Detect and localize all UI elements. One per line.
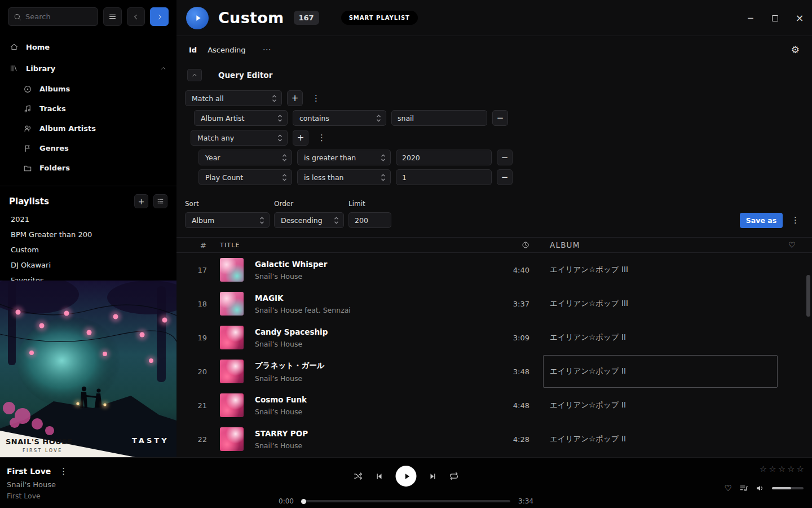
match-type-select[interactable]: Match any: [191, 130, 288, 146]
more-options-icon[interactable]: ⋯: [263, 45, 271, 55]
rule-operator-select[interactable]: contains: [293, 110, 386, 126]
track-title: Cosmo Funk: [255, 395, 495, 404]
play-pause-button[interactable]: [396, 466, 417, 487]
sort-field-button[interactable]: Id: [189, 46, 197, 54]
match-type-select[interactable]: Match all: [185, 90, 282, 106]
order-select[interactable]: Descending: [274, 212, 344, 228]
column-header-favorite[interactable]: ♡: [787, 240, 812, 249]
rule-value-input[interactable]: [396, 150, 492, 165]
playlist-item[interactable]: 2021: [0, 212, 176, 227]
sort-select[interactable]: Album: [185, 212, 270, 228]
group-menu-icon[interactable]: ⋮: [308, 93, 324, 103]
limit-label: Limit: [348, 200, 391, 208]
add-rule-button[interactable]: +: [293, 130, 308, 146]
track-number: 17: [176, 266, 213, 274]
column-header-title[interactable]: TITLE: [213, 242, 255, 249]
collapse-query-editor-button[interactable]: [187, 69, 202, 81]
save-as-button[interactable]: Save as: [740, 213, 783, 228]
track-album-focused[interactable]: エイリアン☆ポップ II: [550, 354, 787, 388]
rule-field-select[interactable]: Play Count: [198, 169, 292, 185]
shuffle-button[interactable]: [354, 471, 363, 481]
search-box[interactable]: [8, 7, 98, 26]
artwork-artist-text: SNAIL'S HOUSE: [6, 437, 73, 446]
album-art-thumbnail: [220, 427, 244, 451]
player-right-controls: ♡: [725, 484, 804, 493]
rule-operator-select[interactable]: is less than: [297, 169, 391, 185]
limit-field: Limit: [348, 200, 391, 228]
sidebar-item-tracks[interactable]: Tracks: [0, 99, 176, 119]
chevron-up-icon[interactable]: [160, 65, 167, 72]
rule-field-select[interactable]: Year: [198, 150, 292, 165]
remove-rule-button[interactable]: −: [492, 110, 508, 126]
table-row[interactable]: 22 STARRY POP Snail’s House 4:28 エイリアン☆ポ…: [176, 422, 812, 456]
sidebar-item-library[interactable]: Library: [0, 58, 176, 79]
rule-field-select[interactable]: Album Artist: [194, 110, 288, 126]
seek-bar[interactable]: [302, 500, 510, 502]
limit-input[interactable]: [348, 212, 391, 228]
star-icon[interactable]: ☆: [769, 465, 776, 474]
star-icon[interactable]: ☆: [787, 465, 795, 474]
rule-value-input[interactable]: [391, 110, 487, 126]
save-menu-icon[interactable]: ⋮: [787, 215, 804, 228]
remove-rule-button[interactable]: −: [497, 169, 513, 185]
star-icon[interactable]: ☆: [760, 465, 767, 474]
volume-slider[interactable]: [772, 487, 804, 489]
add-rule-button[interactable]: +: [287, 90, 303, 106]
select-value: Match any: [197, 134, 234, 142]
maximize-button[interactable]: [772, 15, 778, 21]
queue-icon[interactable]: [739, 484, 748, 493]
now-playing-artwork[interactable]: SNAIL'S HOUSE FIRST LOVE TASTY: [0, 281, 176, 457]
minimize-button[interactable]: −: [746, 14, 755, 23]
group-menu-icon[interactable]: ⋮: [314, 133, 330, 143]
column-header-duration[interactable]: [495, 241, 534, 249]
star-icon[interactable]: ☆: [797, 465, 804, 474]
sidebar-item-home[interactable]: Home: [0, 36, 176, 58]
playlist-item[interactable]: BPM Greater than 200: [0, 227, 176, 242]
play-icon: [193, 14, 202, 23]
now-playing-menu-icon[interactable]: ⋮: [59, 466, 68, 476]
select-updown-icon: [272, 94, 277, 103]
smart-playlist-badge: SMART PLAYLIST: [341, 11, 418, 25]
column-header-index[interactable]: #: [176, 241, 213, 249]
favorite-button[interactable]: ♡: [725, 484, 732, 493]
forward-button[interactable]: [150, 7, 169, 26]
sidebar-item-albums[interactable]: Albums: [0, 79, 176, 99]
sidebar-item-genres[interactable]: Genres: [0, 138, 176, 158]
sort-direction-button[interactable]: Ascending: [208, 46, 245, 54]
column-header-album[interactable]: ALBUM: [550, 238, 787, 252]
next-button[interactable]: [429, 472, 438, 481]
playlist-list-button[interactable]: [153, 194, 167, 208]
close-button[interactable]: ×: [795, 13, 804, 23]
playlist-item[interactable]: DJ Okawari: [0, 257, 176, 273]
track-artist: Snail’s House: [255, 408, 495, 416]
search-input[interactable]: [25, 12, 87, 21]
table-row[interactable]: 17 Galactic Whisper Snail’s House 4:40 エ…: [176, 253, 812, 287]
gear-icon[interactable]: ⚙: [791, 44, 800, 55]
rule-value-input[interactable]: [396, 169, 492, 185]
sidebar-item-album-artists[interactable]: Album Artists: [0, 119, 176, 138]
back-button[interactable]: [127, 7, 145, 26]
volume-icon[interactable]: [756, 484, 765, 493]
table-row[interactable]: 18 MAGIK Snail’s House feat. Sennzai 3:3…: [176, 287, 812, 321]
track-title: Galactic Whisper: [255, 260, 495, 269]
select-value: Album: [192, 216, 214, 225]
plus-icon: +: [138, 198, 145, 205]
table-row[interactable]: 20 プラネット・ガール Snail’s House 3:48 エイリアン☆ポッ…: [176, 354, 812, 388]
rule-operator-select[interactable]: is greater than: [297, 150, 391, 165]
seek-handle[interactable]: [301, 499, 306, 504]
table-body: 17 Galactic Whisper Snail’s House 4:40 エ…: [176, 253, 812, 456]
rating-stars: ☆ ☆ ☆ ☆ ☆: [760, 465, 804, 474]
add-playlist-button[interactable]: +: [134, 194, 148, 208]
playlist-item[interactable]: Custom: [0, 242, 176, 257]
play-playlist-button[interactable]: [186, 7, 209, 29]
star-icon[interactable]: ☆: [778, 465, 785, 474]
menu-button[interactable]: [103, 7, 122, 26]
table-row[interactable]: 21 Cosmo Funk Snail’s House 4:48 エイリアン☆ポ…: [176, 388, 812, 422]
scrollbar-thumb[interactable]: [806, 275, 810, 317]
progress-section: 0:00 3:34: [277, 497, 535, 505]
remove-rule-button[interactable]: −: [497, 150, 513, 165]
previous-button[interactable]: [375, 472, 384, 481]
repeat-button[interactable]: [449, 471, 459, 481]
sidebar-item-folders[interactable]: Folders: [0, 158, 176, 178]
table-row[interactable]: 19 Candy Spaceship Snail’s House 3:09 エイ…: [176, 321, 812, 354]
